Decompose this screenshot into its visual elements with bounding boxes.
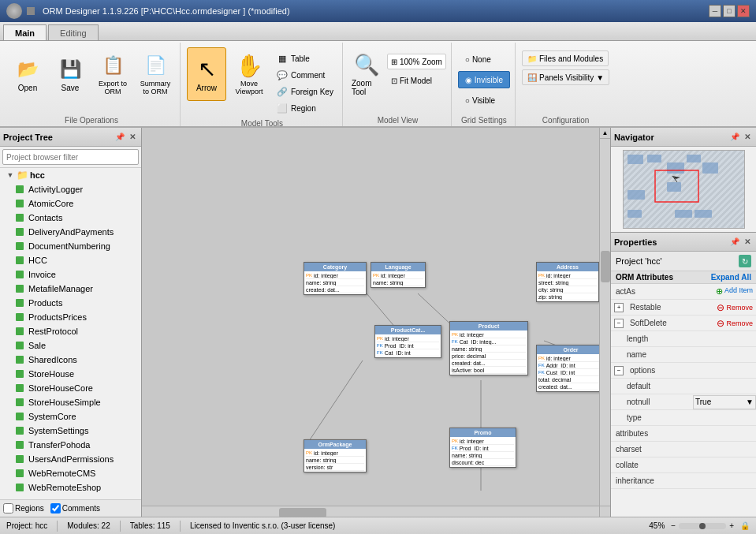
fit-model-button[interactable]: ⊡ Fit Model (387, 73, 446, 88)
tree-item-products-prices[interactable]: ProductsPrices (0, 310, 141, 324)
comments-checkbox[interactable] (50, 503, 61, 513)
tree-item-users-permissions[interactable]: UsersAndPermissions (0, 452, 141, 466)
tree-item-atomic-core[interactable]: AtomicCore (0, 196, 141, 211)
grid-none-button[interactable]: ○ None (458, 50, 498, 68)
tab-editing[interactable]: Editing (48, 24, 99, 40)
tree-item-activity-logger[interactable]: ActivityLogger (0, 182, 141, 196)
tree-item-storehouse[interactable]: StoreHouse (0, 367, 141, 381)
tree-label-sale: Sale (28, 341, 46, 350)
diagram-table-productcategory[interactable]: ProductCat... PKid: integer FKProd_ID: i… (374, 325, 441, 358)
zoom-slider[interactable] (679, 523, 726, 529)
zoom-percent-button[interactable]: ⊞ 100% Zoom (387, 54, 446, 69)
scroll-up-button[interactable]: ▲ (599, 128, 610, 139)
grid-invisible-button[interactable]: ◉ Invisible (458, 71, 510, 88)
prop-remove-soft-delete[interactable]: ⊖ Remove (717, 318, 753, 329)
files-modules-button[interactable]: 📁 Files and Modules (522, 50, 609, 66)
move-viewport-button[interactable]: ✋ Move Viewport (229, 47, 269, 101)
close-button[interactable]: ✕ (737, 5, 750, 17)
prop-name-notnull: notnull (611, 398, 693, 406)
navigator-close-icon[interactable]: ✕ (742, 132, 753, 143)
region-button[interactable]: ⬜ Region (272, 100, 337, 116)
panels-visibility-button[interactable]: 🪟 Panels Visibility ▼ (522, 69, 609, 85)
search-input[interactable] (2, 149, 139, 165)
title-controls[interactable]: ─ □ ✕ (709, 5, 750, 17)
arrow-button[interactable]: ↖ Arrow (187, 47, 226, 101)
minimize-button[interactable]: ─ (709, 5, 721, 17)
prop-remove-restable[interactable]: ⊖ Remove (717, 302, 753, 313)
restable-expand-icon[interactable]: + (614, 303, 624, 312)
export-to-orm-button[interactable]: 📋 Export to ORM (93, 47, 132, 101)
diagram-table-order[interactable]: Order PKid: integer FKAddr_ID: int FKCus… (536, 345, 599, 392)
notnull-value: True (695, 398, 711, 406)
open-button[interactable]: 📂 Open (8, 47, 47, 101)
regions-checkbox-label[interactable]: Regions (3, 503, 44, 513)
tree-item-hcc[interactable]: ▼ 📁 hcc (0, 168, 141, 182)
right-panels: Navigator 📌 ✕ (610, 128, 756, 517)
regions-checkbox[interactable] (3, 503, 13, 513)
expand-all-button[interactable]: Expand All (711, 273, 751, 282)
tree-item-web-remote-cms[interactable]: WebRemoteCMS (0, 466, 141, 480)
prop-name-options: options (625, 366, 756, 375)
zoom-in-icon[interactable]: + (729, 521, 734, 530)
diagram-table-ormpackage[interactable]: OrmPackage PKid: integer name: string ve… (304, 439, 367, 472)
properties-refresh-button[interactable]: ↻ (739, 255, 751, 267)
tree-item-system-settings[interactable]: SystemSettings (0, 424, 141, 438)
ribbon-group-model-tools: ↖ Arrow ✋ Move Viewport ▦ Table 💬 Commen… (182, 43, 343, 126)
tree-item-web-remote-eshop[interactable]: WebRemoteEshop (0, 480, 141, 495)
navigator-title: Navigator (614, 133, 654, 142)
tree-item-sale[interactable]: Sale (0, 338, 141, 353)
zoom-tool-button[interactable]: 🔍 Zoom Tool (349, 47, 384, 101)
tree-item-delivery-payments[interactable]: DeliveryAndPayments (0, 225, 141, 239)
options-expand-icon[interactable]: − (614, 366, 624, 375)
properties-pin-icon[interactable]: 📌 (729, 237, 740, 248)
diagram-canvas[interactable]: Category PKid: integer name: string crea… (142, 128, 599, 506)
foreign-key-button[interactable]: 🔗 Foreign Key (272, 84, 337, 99)
comment-button[interactable]: 💬 Comment (272, 67, 337, 83)
tree-item-contacts[interactable]: Contacts (0, 211, 141, 225)
properties-close-icon[interactable]: ✕ (742, 237, 753, 248)
comments-checkbox-label[interactable]: Comments (50, 503, 100, 513)
tree-item-invoice[interactable]: Invoice (0, 267, 141, 282)
panel-close-icon[interactable]: ✕ (127, 132, 138, 143)
tree-item-hcc-sub[interactable]: HCC (0, 253, 141, 267)
zoom-out-icon[interactable]: − (671, 521, 676, 530)
vertical-scroll-thumb[interactable] (601, 251, 610, 282)
diagram-table-category[interactable]: Category PKid: integer name: string crea… (304, 262, 367, 295)
tree-item-system-core[interactable]: SystemCore (0, 409, 141, 424)
horizontal-scrollbar[interactable] (142, 506, 599, 517)
pin-icon[interactable]: 📌 (114, 132, 125, 143)
tree-item-doc-numbering[interactable]: DocumentNumbering (0, 239, 141, 253)
expand-hcc[interactable]: ▼ (6, 171, 14, 179)
tree-item-storehouse-simple[interactable]: StoreHouseSimple (0, 395, 141, 409)
diagram-table-product[interactable]: Product PKid: integer FKCat_ID: integ...… (449, 321, 528, 375)
prop-add-act-as[interactable]: ⊕ (716, 286, 723, 297)
navigator-pin-icon[interactable]: 📌 (729, 132, 740, 143)
canvas-area[interactable]: ▲ Category PKid: integer (142, 128, 610, 517)
save-button[interactable]: 💾 Save (50, 47, 90, 101)
vertical-scrollbar[interactable] (599, 139, 610, 506)
tab-main[interactable]: Main (3, 24, 47, 40)
zoom-control[interactable]: − + (671, 521, 734, 530)
tree-item-rest-protocol[interactable]: RestProtocol (0, 324, 141, 338)
tree-item-transfer-pohoda[interactable]: TransferPohoda (0, 438, 141, 452)
tree-item-storehouse-core[interactable]: StoreHouseCore (0, 381, 141, 395)
prop-add-item-label[interactable]: Add Item (724, 286, 753, 297)
diagram-table-language[interactable]: Language PKid: integer name: string (371, 262, 426, 288)
navigator-preview[interactable] (623, 150, 745, 229)
navigator-panel: Navigator 📌 ✕ (611, 128, 756, 233)
prop-value-notnull[interactable]: True ▼ (693, 395, 756, 409)
maximize-button[interactable]: □ (723, 5, 736, 17)
tree-item-shared-icons[interactable]: SharedIcons (0, 353, 141, 367)
diagram-table-address[interactable]: Address PKid: integer street: string cit… (536, 262, 599, 302)
summary-to-orm-button[interactable]: 📄 Summary to ORM (136, 47, 175, 101)
tree-item-metafile-manager[interactable]: MetafileManager (0, 282, 141, 296)
tree-label-metafile: MetafileManager (28, 284, 93, 293)
tree-item-products[interactable]: Products (0, 296, 141, 310)
tree-label-delivery-payments: DeliveryAndPayments (28, 227, 114, 237)
diagram-table-promo[interactable]: Promo PKid: integer FKProd_ID: int name:… (449, 428, 516, 468)
table-button[interactable]: ▦ Table (272, 50, 337, 66)
soft-delete-expand-icon[interactable]: − (614, 319, 624, 328)
horizontal-scroll-thumb[interactable] (279, 508, 326, 517)
grid-visible-button[interactable]: ○ Visible (458, 91, 502, 109)
prop-name-default: default (611, 382, 756, 390)
